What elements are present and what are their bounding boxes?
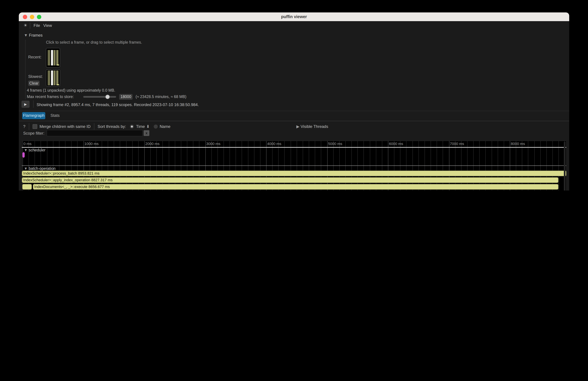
axis-tick-label: 5000 ms <box>328 142 342 146</box>
frame-thumbnail-tick <box>57 84 59 85</box>
sort-time-radio[interactable] <box>130 125 134 128</box>
scope-filter-input[interactable] <box>47 130 143 136</box>
axis-tick-label: 0 ms <box>23 142 32 146</box>
flame-bar[interactable]: IndexScheduler>::process_batch 8953.821 … <box>22 170 566 176</box>
sort-time-label[interactable]: Time <box>136 124 145 129</box>
axis-tick-label: 1000 ms <box>84 142 99 146</box>
max-frames-hint: (≈ 23428.5 minutes, ≈ 68 MB) <box>136 95 187 99</box>
axis-tick-label: 8000 ms <box>511 142 525 146</box>
separator <box>19 121 569 121</box>
title-bar: puffin viewer <box>19 12 569 21</box>
axis-tick-label: 7000 ms <box>450 142 464 146</box>
frame-thumbnail-bars <box>48 70 58 85</box>
flame-bar[interactable] <box>22 152 25 158</box>
menu-bar: ☀ File View <box>19 21 569 30</box>
axis-tick-label: 3000 ms <box>206 142 220 146</box>
collapse-triangle-icon: ▶ <box>296 124 299 129</box>
separator <box>19 111 569 111</box>
window-title: puffin viewer <box>19 14 569 19</box>
clear-button[interactable]: Clear <box>28 81 40 86</box>
menu-item-view[interactable]: View <box>43 23 52 28</box>
merge-children-checkbox[interactable] <box>32 124 37 129</box>
menu-separator <box>30 22 30 29</box>
collapse-triangle-icon: ▼ <box>24 148 28 152</box>
frames-hint: Click to select a frame, or drag to sele… <box>46 40 142 44</box>
max-frames-value[interactable]: 18000 <box>119 94 133 100</box>
section-separator <box>22 166 566 166</box>
thread-section-header[interactable]: ▼ scheduler <box>24 148 45 152</box>
visible-threads-label: Visible Threads <box>300 124 328 129</box>
flame-bar[interactable]: IndexDocuments<_, _>::execute 8656.677 m… <box>33 184 558 190</box>
collapse-triangle-icon: ▼ <box>24 167 28 170</box>
toolbar-separator <box>29 123 29 130</box>
max-frames-label: Max recent frames to store: <box>27 95 74 99</box>
frames-header-label: Frames <box>29 33 42 38</box>
thread-section-header[interactable]: ▼ batch-operation <box>24 167 56 170</box>
clear-filter-button[interactable]: x <box>144 130 149 136</box>
slowest-frame-thumbnail[interactable] <box>46 69 60 86</box>
sort-threads-label: Sort threads by: <box>98 124 126 129</box>
axis-tick-label: 6000 ms <box>389 142 403 146</box>
collapse-triangle-icon: ▼ <box>24 33 28 38</box>
recent-frame-thumbnail[interactable] <box>46 48 60 67</box>
axis-tick-label: 2000 ms <box>145 142 159 146</box>
merge-children-label: Merge children with same ID <box>40 124 90 129</box>
sort-name-radio[interactable] <box>154 125 158 128</box>
tab-flamegraph[interactable]: Flamegraph <box>22 112 45 119</box>
play-separator <box>33 100 34 108</box>
window: puffin viewer ☀ File View ▼ Frames Click… <box>19 12 569 190</box>
frame-thumbnail-bars <box>48 50 58 65</box>
app-root: puffin viewer ☀ File View ▼ Frames Click… <box>0 0 588 190</box>
scrollbar[interactable] <box>564 142 566 190</box>
help-button[interactable]: ? <box>23 124 25 129</box>
scope-filter-label: Scope filter: <box>23 131 44 136</box>
frames-section-header[interactable]: ▼ Frames <box>24 33 43 38</box>
flame-bar[interactable] <box>22 184 32 190</box>
flamegraph-panel[interactable]: 0 ms0 ms1000 ms1000 ms2000 ms2000 ms3000… <box>21 141 567 190</box>
visible-threads-header[interactable]: ▶ Visible Threads <box>296 124 328 129</box>
menu-item-file[interactable]: File <box>34 23 40 28</box>
axis-line <box>22 147 566 148</box>
settings-sun-icon[interactable]: ☀ <box>23 23 27 28</box>
max-frames-slider[interactable] <box>83 96 116 98</box>
toolbar-separator <box>94 123 94 130</box>
slider-knob[interactable] <box>105 95 110 99</box>
axis-tick-label: 4000 ms <box>267 142 281 146</box>
sort-direction-arrow-icon[interactable]: ⬇ <box>146 124 149 129</box>
frame-thumbnail-tick <box>57 64 59 65</box>
play-button[interactable]: ▶ <box>21 101 30 108</box>
frame-info: Showing frame #2, 8957.4 ms, 7 threads, … <box>37 102 199 107</box>
recent-label: Recent: <box>28 55 42 59</box>
flame-bar[interactable]: IndexScheduler>::apply_index_operation 8… <box>22 177 558 183</box>
frames-info: 4 frames (1 unpacked) using approximatel… <box>27 88 115 92</box>
indent-guide <box>25 40 25 99</box>
sort-name-label[interactable]: Name <box>160 124 170 129</box>
flamegraph-toolbar: ? Merge children with same ID Sort threa… <box>23 123 170 130</box>
slowest-label: Slowest: <box>28 75 43 79</box>
tab-stats[interactable]: Stats <box>48 112 62 119</box>
